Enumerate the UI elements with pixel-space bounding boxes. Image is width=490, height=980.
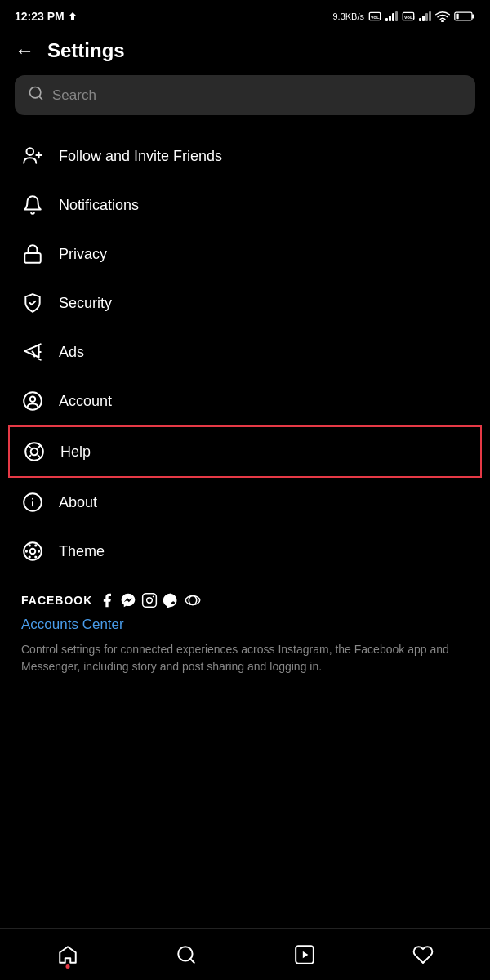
facebook-header: FACEBOOK — [21, 592, 469, 608]
follow-icon — [21, 145, 44, 167]
nav-heart[interactable] — [399, 938, 447, 972]
nav-home[interactable] — [44, 938, 91, 972]
battery-icon — [454, 11, 475, 22]
svg-point-41 — [186, 596, 200, 605]
svg-line-16 — [39, 344, 41, 345]
svg-rect-15 — [24, 253, 41, 263]
svg-rect-1 — [71, 16, 74, 21]
svg-point-19 — [24, 392, 42, 410]
search-placeholder: Search — [52, 87, 96, 104]
menu-item-follow[interactable]: Follow and Invite Friends — [15, 131, 475, 180]
svg-line-24 — [38, 456, 41, 458]
nav-reels[interactable] — [281, 938, 328, 972]
search-container: Search — [15, 75, 475, 115]
home-icon — [57, 944, 78, 965]
svg-line-25 — [28, 456, 30, 458]
time-text: 12:23 PM — [15, 10, 65, 23]
menu-item-privacy[interactable]: Privacy — [15, 229, 475, 278]
search-box[interactable]: Search — [15, 75, 475, 115]
account-label: Account — [59, 393, 112, 410]
info-icon — [21, 491, 44, 514]
svg-text:VoLTE: VoLTE — [404, 15, 415, 20]
svg-point-42 — [189, 596, 197, 605]
svg-point-31 — [30, 549, 36, 555]
about-label: About — [59, 494, 97, 511]
facebook-icons — [99, 592, 202, 608]
ads-label: Ads — [59, 344, 84, 361]
search-nav-icon — [176, 944, 197, 965]
page-title: Settings — [47, 39, 125, 62]
svg-point-40 — [153, 596, 154, 598]
lte2-icon: VoLTE — [402, 11, 415, 21]
lock-icon — [21, 243, 44, 265]
security-label: Security — [59, 295, 112, 312]
menu-item-security[interactable]: Security — [15, 278, 475, 327]
svg-point-22 — [31, 448, 38, 456]
bell-icon — [21, 194, 44, 216]
theme-icon — [21, 540, 44, 563]
svg-point-20 — [30, 397, 36, 403]
home-nav-dot — [65, 964, 69, 969]
svg-line-11 — [39, 96, 42, 100]
menu-list: Follow and Invite Friends Notifications … — [0, 131, 490, 576]
page-header: ← Settings — [0, 29, 490, 75]
signal-bars-2 — [419, 11, 431, 21]
svg-point-37 — [34, 555, 37, 558]
svg-point-34 — [29, 544, 31, 546]
svg-point-32 — [25, 550, 28, 552]
menu-item-theme[interactable]: Theme — [15, 527, 475, 576]
svg-point-35 — [34, 544, 37, 546]
signal-bars-1 — [385, 11, 398, 21]
help-label: Help — [60, 443, 91, 461]
privacy-label: Privacy — [59, 246, 107, 263]
status-bar: 12:23 PM 9.3KB/s VoLTE VoLTE — [0, 0, 490, 29]
menu-item-help[interactable]: Help — [8, 425, 482, 478]
svg-rect-8 — [472, 15, 474, 19]
facebook-section: FACEBOOK Accounts Center Control setting… — [0, 576, 490, 682]
svg-point-33 — [38, 550, 40, 552]
lte-icon: VoLTE — [368, 11, 381, 21]
reels-icon — [294, 944, 315, 965]
svg-line-18 — [39, 359, 41, 360]
network-speed: 9.3KB/s — [332, 11, 364, 21]
whatsapp-icon — [163, 592, 179, 608]
theme-label: Theme — [59, 543, 105, 560]
menu-item-account[interactable]: Account — [15, 376, 475, 425]
account-icon — [21, 390, 44, 412]
facebook-label: FACEBOOK — [21, 594, 92, 607]
messenger-icon — [120, 592, 136, 608]
svg-point-39 — [147, 598, 153, 604]
shield-icon — [21, 292, 44, 314]
svg-rect-9 — [456, 14, 458, 20]
status-icons: 9.3KB/s VoLTE VoLTE — [332, 11, 475, 22]
menu-item-about[interactable]: About — [15, 478, 475, 527]
status-time: 12:23 PM — [15, 10, 78, 23]
svg-line-23 — [28, 445, 30, 448]
menu-item-ads[interactable]: Ads — [15, 327, 475, 376]
svg-point-6 — [442, 20, 443, 22]
notifications-label: Notifications — [59, 197, 139, 214]
facebook-icon — [99, 592, 115, 608]
svg-marker-46 — [302, 951, 308, 958]
heart-icon — [412, 944, 434, 965]
menu-item-notifications[interactable]: Notifications — [15, 180, 475, 229]
meta-icon — [184, 592, 202, 608]
ads-icon — [21, 341, 44, 363]
facebook-description: Control settings for connected experienc… — [21, 641, 469, 675]
svg-line-26 — [38, 445, 41, 448]
nav-search[interactable] — [163, 938, 210, 972]
svg-line-44 — [190, 959, 194, 963]
follow-label: Follow and Invite Friends — [59, 148, 222, 165]
search-icon — [28, 85, 44, 105]
svg-marker-0 — [69, 12, 76, 16]
svg-text:VoLTE: VoLTE — [371, 15, 381, 20]
help-icon — [23, 440, 46, 463]
instagram-icon — [141, 592, 158, 608]
svg-rect-38 — [143, 594, 157, 608]
svg-point-36 — [29, 555, 31, 558]
svg-point-12 — [26, 148, 33, 155]
wifi-icon — [435, 11, 450, 22]
accounts-center-link[interactable]: Accounts Center — [21, 617, 469, 633]
bottom-nav — [0, 928, 490, 980]
back-button[interactable]: ← — [15, 41, 34, 60]
